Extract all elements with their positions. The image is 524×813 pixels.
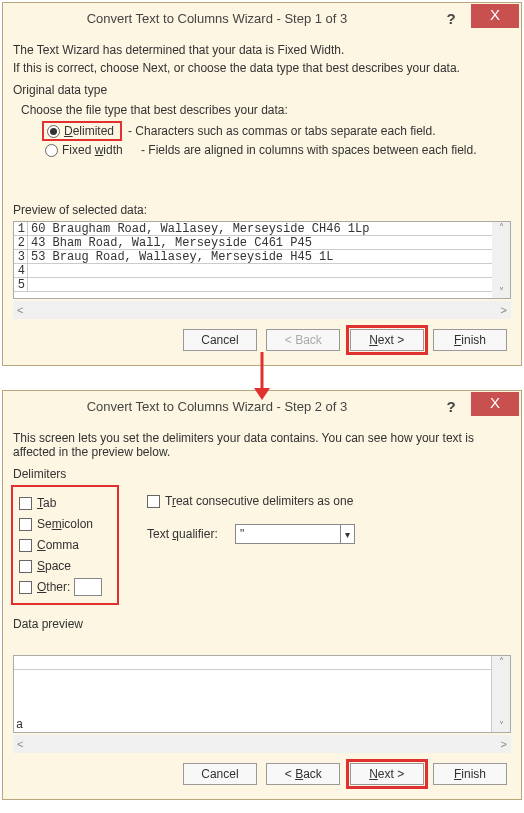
preview-row: 243 Bham Road, Wall, Merseyside C461 P45	[14, 236, 510, 250]
check-treat-consecutive[interactable]	[147, 495, 160, 508]
scroll-down-icon[interactable]: ˅	[499, 286, 504, 298]
data-preview-label: Data preview	[13, 617, 511, 631]
cancel-button[interactable]: Cancel	[183, 329, 257, 351]
intro-text-2: If this is correct, choose Next, or choo…	[13, 61, 511, 75]
delimiters-right-pane: Treat consecutive delimiters as one Text…	[147, 485, 355, 544]
radio-delimited[interactable]	[47, 125, 60, 138]
dialog-title: Convert Text to Columns Wizard - Step 1 …	[3, 11, 431, 26]
original-data-type-label: Original data type	[13, 83, 511, 97]
arrow-down-icon	[0, 370, 524, 392]
radio-fixed-width-label: Fixed width	[62, 143, 123, 157]
scroll-up-icon[interactable]: ˄	[499, 222, 504, 234]
check-treat-consecutive-label: Treat consecutive delimiters as one	[165, 494, 353, 508]
check-comma-label: Comma	[37, 538, 79, 552]
scroll-left-icon[interactable]: <	[13, 738, 23, 750]
horizontal-scrollbar[interactable]: < >	[13, 301, 511, 319]
check-semicolon-row[interactable]: Semicolon	[19, 515, 111, 533]
radio-delimited-desc: - Characters such as commas or tabs sepa…	[128, 124, 435, 138]
check-tab-row[interactable]: Tab	[19, 494, 111, 512]
other-delimiter-input[interactable]	[74, 578, 102, 596]
check-tab[interactable]	[19, 497, 32, 510]
dialog-title: Convert Text to Columns Wizard - Step 2 …	[3, 399, 431, 414]
preview-row: 4	[14, 264, 510, 278]
preview-row: 160 Braugham Road, Wallasey, Merseyside …	[14, 222, 510, 236]
vertical-scrollbar[interactable]: ˄ ˅	[492, 222, 510, 298]
preview-label: Preview of selected data:	[13, 203, 511, 217]
text-qualifier-select[interactable]: " ▾	[235, 524, 355, 544]
scroll-right-icon[interactable]: >	[501, 738, 511, 750]
horizontal-scrollbar[interactable]: < >	[13, 735, 511, 753]
dialog-body: This screen lets you set the delimiters …	[3, 421, 521, 799]
check-comma-row[interactable]: Comma	[19, 536, 111, 554]
data-preview-box: a ˄ ˅	[13, 655, 511, 733]
radio-fixed-width[interactable]	[45, 144, 58, 157]
svg-marker-1	[254, 388, 270, 400]
delimiters-group: Tab Semicolon Comma Space Other:	[13, 485, 511, 605]
check-space-label: Space	[37, 559, 71, 573]
file-type-group: Choose the file type that best describes…	[13, 101, 511, 167]
check-other-row[interactable]: Other:	[19, 578, 111, 596]
delimiters-highlight-box: Tab Semicolon Comma Space Other:	[11, 485, 119, 605]
check-other-label: Other:	[37, 580, 70, 594]
next-button[interactable]: Next >	[350, 329, 424, 351]
check-space-row[interactable]: Space	[19, 557, 111, 575]
choose-file-type-label: Choose the file type that best describes…	[21, 103, 507, 117]
help-button[interactable]: ?	[431, 398, 471, 415]
wizard-step1-dialog: Convert Text to Columns Wizard - Step 1 …	[2, 2, 522, 366]
finish-button[interactable]: Finish	[433, 329, 507, 351]
check-semicolon-label: Semicolon	[37, 517, 93, 531]
check-other[interactable]	[19, 581, 32, 594]
close-button[interactable]: X	[471, 4, 519, 28]
delimited-highlight-box: Delimited	[42, 121, 122, 141]
chevron-down-icon[interactable]: ▾	[340, 525, 350, 543]
scroll-down-icon[interactable]: ˅	[499, 720, 504, 732]
intro-text-1: The Text Wizard has determined that your…	[13, 43, 511, 57]
back-button: < Back	[266, 329, 340, 351]
finish-button[interactable]: Finish	[433, 763, 507, 785]
help-button[interactable]: ?	[431, 10, 471, 27]
check-semicolon[interactable]	[19, 518, 32, 531]
scroll-right-icon[interactable]: >	[501, 304, 511, 316]
dialog-body: The Text Wizard has determined that your…	[3, 33, 521, 365]
intro-text: This screen lets you set the delimiters …	[13, 431, 511, 459]
radio-delimited-label: Delimited	[64, 124, 114, 138]
preview-row: 5	[14, 278, 510, 292]
check-treat-consecutive-row[interactable]: Treat consecutive delimiters as one	[147, 492, 355, 510]
check-comma[interactable]	[19, 539, 32, 552]
scroll-left-icon[interactable]: <	[13, 304, 23, 316]
delimiters-label: Delimiters	[13, 467, 511, 481]
scroll-up-icon[interactable]: ˄	[499, 656, 504, 668]
button-row: Cancel < Back Next > Finish	[13, 753, 511, 793]
vertical-scrollbar[interactable]: ˄ ˅	[492, 656, 510, 732]
radio-fixed-width-desc: - Fields are aligned in columns with spa…	[141, 143, 477, 157]
check-space[interactable]	[19, 560, 32, 573]
check-tab-label: Tab	[37, 496, 56, 510]
wizard-step2-dialog: Convert Text to Columns Wizard - Step 2 …	[2, 390, 522, 800]
text-qualifier-value: "	[240, 527, 244, 541]
radio-fixed-row[interactable]: Fixed width - Fields are aligned in colu…	[45, 143, 507, 157]
preview-column: a	[14, 656, 492, 732]
next-button[interactable]: Next >	[350, 763, 424, 785]
text-qualifier-label: Text qualifier:	[147, 527, 235, 541]
preview-row: 353 Braug Road, Wallasey, Merseyside H45…	[14, 250, 510, 264]
preview-box: 160 Braugham Road, Wallasey, Merseyside …	[13, 221, 511, 299]
text-qualifier-row: Text qualifier: " ▾	[147, 524, 355, 544]
cancel-button[interactable]: Cancel	[183, 763, 257, 785]
radio-delimited-row[interactable]: Delimited - Characters such as commas or…	[45, 121, 507, 141]
preview-value: a	[16, 718, 23, 732]
close-button[interactable]: X	[471, 392, 519, 416]
back-button[interactable]: < Back	[266, 763, 340, 785]
titlebar: Convert Text to Columns Wizard - Step 1 …	[3, 3, 521, 33]
